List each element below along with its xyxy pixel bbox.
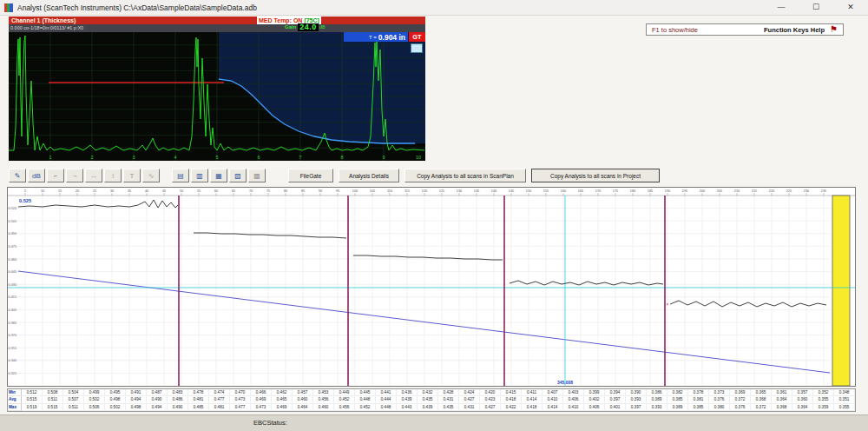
table-cell: 0.364 (772, 396, 792, 403)
thickness-readout: T = 0.904 in (344, 32, 408, 42)
svg-text:3: 3 (132, 155, 135, 160)
table-cell: 0.394 (605, 389, 626, 396)
ascan-waveform: 12345678910 (9, 32, 425, 161)
table-cell: 0.453 (313, 389, 334, 396)
text-note-icon[interactable]: T (123, 169, 141, 182)
edit-icon[interactable]: ✎ (9, 169, 26, 182)
svg-text:0.475: 0.475 (9, 245, 17, 249)
table-cell: 0.406 (584, 404, 605, 411)
gain-icon[interactable]: dB (28, 169, 45, 182)
svg-text:25: 25 (93, 189, 96, 193)
gate-a-icon[interactable]: ⌐ (47, 169, 64, 182)
toolbar-icon-group: ✎dB⌐¬↔↕T∿▤▥▦▧▩ (9, 169, 266, 182)
svg-text:0.415: 0.415 (9, 295, 17, 299)
table-cell: 0.483 (168, 389, 188, 396)
table-cell: 0.418 (501, 396, 522, 403)
minimize-button[interactable]: — (764, 0, 799, 15)
table-cell: 0.502 (84, 396, 105, 403)
table-cell: 0.407 (542, 389, 563, 396)
svg-text:2: 2 (90, 155, 93, 160)
channel-banner: Channel 1 (Thickness) MED Temp: ON [75C] (9, 17, 425, 24)
ascan-status-bar: 0.000 co-1/18=0in:0/0113/ #1 p:X0 Gain 2… (9, 24, 425, 32)
table-cell: 0.427 (459, 396, 480, 403)
svg-text:10: 10 (416, 155, 421, 160)
svg-text:70: 70 (249, 189, 253, 193)
table-cell: 0.498 (126, 404, 147, 411)
svg-text:115: 115 (404, 189, 410, 193)
svg-text:0.370: 0.370 (9, 334, 17, 337)
svg-text:0.460: 0.460 (9, 258, 17, 262)
svg-text:150: 150 (526, 189, 531, 193)
table-cell: 0.441 (376, 389, 397, 396)
table-cell: 0.478 (188, 389, 209, 396)
svg-text:80: 80 (284, 189, 287, 193)
table-row-header: Min (8, 389, 22, 396)
table-cell: 0.512 (22, 389, 43, 396)
table-cell: 0.414 (542, 404, 563, 411)
svg-text:165: 165 (578, 189, 583, 193)
report-b-icon[interactable]: ▥ (191, 169, 208, 182)
table-row-header: Max (8, 404, 22, 411)
snapshot-icon[interactable]: ▩ (248, 169, 266, 182)
svg-text:140: 140 (491, 189, 496, 193)
table-cell: 0.498 (105, 396, 126, 403)
table-cell: 0.403 (563, 389, 584, 396)
table-cell: 0.389 (667, 404, 688, 411)
svg-text:60: 60 (214, 189, 218, 193)
table-cell: 0.491 (126, 389, 147, 396)
table-cell: 0.420 (480, 389, 501, 396)
svg-text:225: 225 (786, 189, 792, 193)
f1-hint-label: F1 to show/hide (652, 26, 698, 34)
table-cell: 0.431 (459, 404, 480, 411)
table-cell: 0.477 (230, 404, 251, 411)
table-cell: 0.449 (334, 389, 355, 396)
table-cell: 0.373 (709, 389, 730, 396)
table-cell: 0.431 (438, 396, 459, 403)
svg-text:8: 8 (340, 155, 343, 160)
svg-text:1: 1 (49, 155, 51, 160)
copy-analysis-project-button[interactable]: Copy Analysis to all scans in Project (531, 169, 660, 182)
table-cell: 0.490 (168, 404, 188, 411)
channel-label: Channel 1 (Thickness) (11, 17, 76, 23)
table-view-icon[interactable]: ▧ (229, 169, 247, 182)
range-icon[interactable] (411, 43, 423, 53)
chart-export-icon[interactable]: ▦ (210, 169, 227, 182)
svg-text:100: 100 (352, 189, 358, 193)
svg-text:0.385: 0.385 (9, 322, 17, 325)
window-controls: — ☐ ✕ (764, 0, 868, 15)
svg-text:200: 200 (700, 189, 705, 193)
svg-text:135: 135 (474, 189, 479, 193)
maximize-button[interactable]: ☐ (799, 0, 833, 15)
gate-b-icon[interactable]: ¬ (66, 169, 83, 182)
copy-analysis-scanplan-button[interactable]: Copy Analysis to all scans in ScanPlan (404, 169, 526, 182)
table-cell: 0.448 (376, 404, 397, 411)
close-button[interactable]: ✕ (833, 0, 868, 15)
strip-chart-panel[interactable]: 5101520253035404550556065707580859095100… (7, 187, 856, 387)
table-cell: 0.452 (355, 404, 376, 411)
svg-text:145: 145 (509, 189, 514, 193)
svg-text:9: 9 (382, 155, 385, 160)
analysis-details-button[interactable]: Analysis Details (339, 169, 399, 182)
flag-icon[interactable]: ⚑ (830, 24, 838, 35)
svg-text:185: 185 (648, 189, 653, 193)
svg-text:105: 105 (370, 189, 375, 193)
svg-text:45: 45 (162, 189, 166, 193)
gain-readout: Gain 24.0 dB (285, 23, 326, 31)
svg-text:30: 30 (110, 189, 114, 193)
gate-level-icon[interactable]: ↕ (104, 169, 122, 182)
table-cell: 0.422 (501, 404, 522, 411)
svg-text:40: 40 (145, 189, 148, 193)
ascan-display[interactable]: 12345678910 T = 0.904 in GT (9, 32, 425, 161)
filegate-button[interactable]: FileGate (288, 169, 333, 182)
titlebar[interactable]: Analyst (ScanTech Instruments) C:\AxData… (0, 0, 868, 16)
svg-text:0.490: 0.490 (9, 232, 17, 235)
svg-text:6: 6 (257, 155, 260, 160)
svg-text:230: 230 (804, 189, 809, 193)
table-cell: 0.464 (293, 404, 313, 411)
table-cell: 0.355 (834, 404, 855, 411)
table-cell: 0.378 (688, 389, 709, 396)
gate-width-icon[interactable]: ↔ (85, 169, 102, 182)
svg-text:85: 85 (301, 189, 305, 193)
report-a-icon[interactable]: ▤ (172, 169, 189, 182)
waveform-icon[interactable]: ∿ (142, 169, 160, 182)
